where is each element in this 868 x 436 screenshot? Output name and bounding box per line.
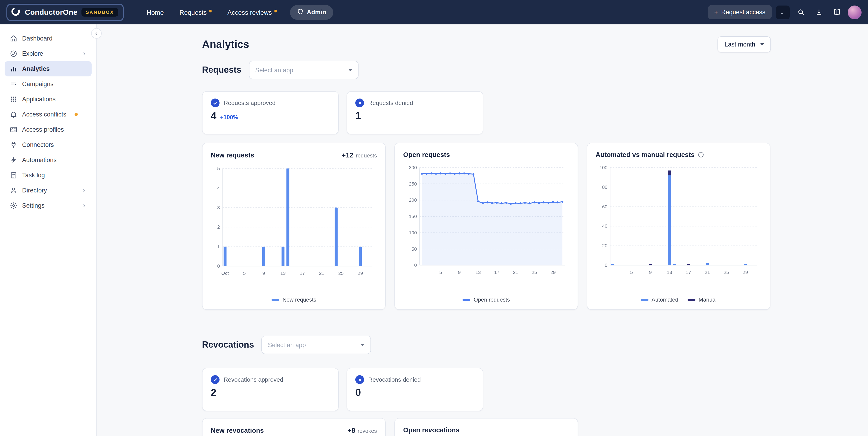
open-requests-chart-card: Open requests 05010015020025030059131721… bbox=[395, 143, 578, 310]
sidebar-item-task-log[interactable]: Task log bbox=[5, 168, 92, 183]
chevron-down-icon bbox=[760, 43, 764, 46]
app-select-placeholder: Select an app bbox=[268, 341, 306, 348]
new-requests-bar-chart: 012345Oct591317212529 bbox=[211, 164, 377, 279]
nav-item-access-reviews[interactable]: Access reviews bbox=[227, 8, 277, 16]
person-icon bbox=[9, 186, 18, 194]
svg-text:Oct: Oct bbox=[221, 270, 229, 276]
new-revocations-chart-card: New revocations +8revokes bbox=[202, 418, 386, 436]
nav-item-home[interactable]: Home bbox=[147, 8, 164, 16]
svg-text:5: 5 bbox=[630, 269, 633, 275]
stat-label: Revocations denied bbox=[368, 376, 421, 383]
svg-text:13: 13 bbox=[666, 269, 672, 275]
sidebar-item-connectors[interactable]: Connectors bbox=[5, 137, 92, 152]
download-icon[interactable] bbox=[812, 5, 826, 19]
user-avatar[interactable] bbox=[848, 5, 862, 19]
admin-mode-pill[interactable]: Admin bbox=[290, 5, 333, 20]
sidebar-label: Analytics bbox=[22, 65, 50, 72]
legend-swatch bbox=[272, 298, 279, 301]
period-dropdown[interactable]: Last month bbox=[717, 36, 771, 53]
command-menu-icon[interactable] bbox=[776, 5, 790, 19]
nav-requests-label: Requests bbox=[180, 8, 207, 16]
analytics-bars-icon bbox=[9, 65, 18, 73]
svg-text:250: 250 bbox=[409, 181, 417, 186]
open-revocations-chart-card: Open revocations bbox=[395, 418, 578, 436]
stat-label: Requests approved bbox=[224, 99, 276, 106]
sidebar-item-analytics[interactable]: Analytics bbox=[5, 61, 92, 77]
svg-text:1: 1 bbox=[217, 244, 220, 249]
stat-card-requests-approved: Requests approved 4 +100% bbox=[202, 91, 339, 135]
chart-title: Automated vs manual requests bbox=[595, 151, 694, 158]
sidebar-item-automations[interactable]: Automations bbox=[5, 152, 92, 168]
requests-app-select[interactable]: Select an app bbox=[249, 61, 358, 79]
svg-text:0: 0 bbox=[414, 262, 417, 268]
info-icon[interactable] bbox=[698, 151, 704, 158]
chevron-right-icon bbox=[82, 187, 87, 193]
sidebar-label: Automations bbox=[22, 156, 57, 164]
alert-bell-icon bbox=[9, 111, 18, 118]
docs-book-icon[interactable] bbox=[830, 5, 844, 19]
svg-text:300: 300 bbox=[409, 165, 417, 170]
plus-icon: + bbox=[714, 9, 718, 16]
svg-text:9: 9 bbox=[262, 270, 265, 276]
stat-card-requests-denied: Requests denied 1 bbox=[346, 91, 483, 135]
svg-text:29: 29 bbox=[551, 269, 556, 275]
app-window: ConductorOne SANDBOX Home Requests Acces… bbox=[0, 0, 868, 436]
svg-text:20: 20 bbox=[602, 243, 607, 248]
chart-title: Open requests bbox=[403, 151, 450, 158]
svg-text:25: 25 bbox=[724, 269, 729, 275]
revocations-app-select[interactable]: Select an app bbox=[261, 336, 371, 354]
sidebar-item-dashboard[interactable]: Dashboard bbox=[5, 31, 92, 46]
legend-swatch bbox=[641, 298, 648, 301]
svg-text:25: 25 bbox=[532, 269, 537, 275]
request-access-button[interactable]: + Request access bbox=[708, 5, 772, 19]
sidebar-item-settings[interactable]: Settings bbox=[5, 198, 92, 213]
topbar-actions: + Request access bbox=[708, 5, 862, 19]
clipboard-icon bbox=[9, 171, 18, 179]
legend-swatch bbox=[688, 298, 695, 301]
chart-legend: New requests bbox=[211, 296, 377, 304]
svg-text:4: 4 bbox=[217, 185, 220, 191]
chevron-right-icon bbox=[82, 51, 87, 56]
svg-text:50: 50 bbox=[411, 246, 417, 252]
svg-text:60: 60 bbox=[602, 204, 607, 209]
id-card-icon bbox=[9, 126, 18, 134]
brand-logo-group[interactable]: ConductorOne SANDBOX bbox=[6, 3, 124, 21]
svg-text:13: 13 bbox=[280, 270, 286, 276]
legend-label: Automated bbox=[652, 296, 678, 303]
svg-text:9: 9 bbox=[458, 269, 461, 275]
campaigns-list-icon bbox=[9, 80, 18, 88]
svg-text:200: 200 bbox=[409, 197, 417, 203]
app-shell: Dashboard Explore Analytics Campaigns Ap… bbox=[0, 24, 868, 436]
sidebar-item-directory[interactable]: Directory bbox=[5, 183, 92, 198]
svg-text:80: 80 bbox=[602, 184, 607, 190]
open-requests-line-chart: 050100150200250300591317212529 bbox=[403, 163, 569, 278]
legend-label: New requests bbox=[283, 296, 316, 303]
app-select-placeholder: Select an app bbox=[255, 66, 293, 74]
nav-item-requests[interactable]: Requests bbox=[180, 8, 212, 16]
search-icon[interactable] bbox=[794, 5, 808, 19]
svg-text:13: 13 bbox=[475, 269, 481, 275]
legend-label: Manual bbox=[699, 296, 717, 303]
svg-text:0: 0 bbox=[605, 262, 608, 268]
sidebar-item-explore[interactable]: Explore bbox=[5, 46, 92, 61]
sidebar-item-campaigns[interactable]: Campaigns bbox=[5, 77, 92, 92]
sidebar-item-access-conflicts[interactable]: Access conflicts bbox=[5, 107, 92, 122]
stat-value: 4 bbox=[211, 110, 217, 122]
chart-delta: +12requests bbox=[342, 151, 377, 159]
sidebar-item-access-profiles[interactable]: Access profiles bbox=[5, 122, 92, 137]
revocations-heading: Revocations bbox=[202, 340, 254, 350]
stat-delta: +100% bbox=[220, 114, 239, 121]
main-content: Analytics Last month Requests Select an … bbox=[97, 24, 868, 436]
stat-value: 2 bbox=[211, 387, 217, 399]
brand-name: ConductorOne bbox=[25, 8, 78, 16]
stat-label: Requests denied bbox=[368, 99, 413, 106]
svg-text:100: 100 bbox=[409, 230, 417, 235]
chart-title: Open revocations bbox=[403, 426, 460, 434]
compass-icon bbox=[9, 50, 18, 58]
sidebar-collapse-button[interactable] bbox=[91, 28, 102, 39]
sidebar-label: Applications bbox=[22, 96, 56, 103]
sidebar-label: Task log bbox=[22, 172, 45, 179]
access-reviews-notification-dot bbox=[274, 9, 277, 12]
sidebar-item-applications[interactable]: Applications bbox=[5, 92, 92, 107]
stat-card-revocations-denied: Revocations denied 0 bbox=[346, 368, 483, 411]
